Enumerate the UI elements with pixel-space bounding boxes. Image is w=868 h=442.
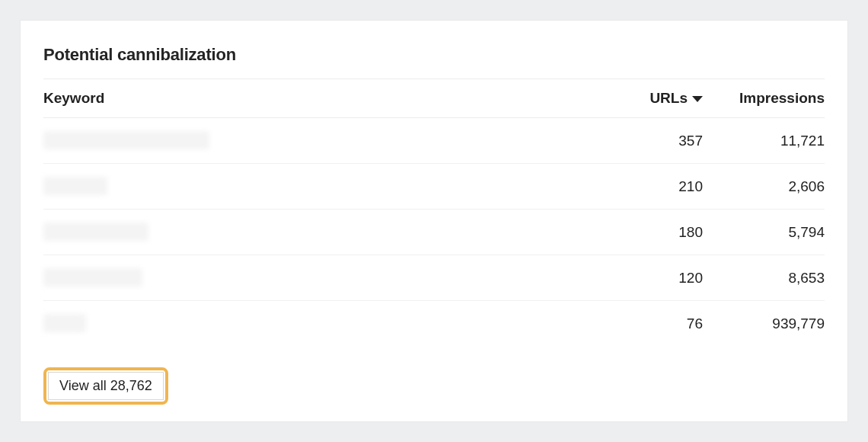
- cell-urls: 76: [604, 315, 703, 332]
- table-row[interactable]: 210 2,606: [43, 164, 825, 210]
- view-all-highlight: View all 28,762: [43, 367, 168, 405]
- cell-urls: 210: [604, 178, 703, 195]
- redacted-keyword: [43, 223, 148, 241]
- redacted-keyword: [43, 314, 86, 332]
- table-row[interactable]: 180 5,794: [43, 210, 825, 255]
- cell-urls: 180: [604, 224, 703, 241]
- redacted-keyword: [43, 131, 209, 149]
- table-header-row: Keyword URLs Impressions: [43, 79, 825, 118]
- redacted-keyword: [43, 177, 107, 195]
- cell-impressions: 2,606: [703, 178, 825, 195]
- col-header-urls-label: URLs: [649, 90, 688, 107]
- cell-keyword: [43, 221, 604, 244]
- table-row[interactable]: 357 11,721: [43, 118, 825, 164]
- cell-keyword: [43, 312, 604, 335]
- panel-title: Potential cannibalization: [43, 34, 825, 78]
- col-header-keyword[interactable]: Keyword: [43, 90, 604, 107]
- col-header-urls[interactable]: URLs: [604, 90, 703, 107]
- panel-footer: View all 28,762: [43, 355, 825, 405]
- table-body: 357 11,721 210 2,606 180 5,794 120 8,653: [43, 118, 825, 355]
- cell-impressions: 5,794: [703, 224, 825, 241]
- redacted-keyword: [43, 268, 142, 287]
- table-row[interactable]: 76 939,779: [43, 301, 825, 347]
- cell-urls: 357: [604, 133, 703, 149]
- cell-impressions: 8,653: [703, 270, 825, 287]
- sort-desc-icon: [692, 96, 703, 102]
- cell-keyword: [43, 175, 604, 198]
- cell-keyword: [43, 267, 604, 290]
- table-row[interactable]: 120 8,653: [43, 255, 825, 301]
- cannibalization-panel: Potential cannibalization Keyword URLs I…: [20, 20, 848, 422]
- view-all-button[interactable]: View all 28,762: [48, 372, 164, 400]
- col-header-impressions[interactable]: Impressions: [703, 90, 825, 107]
- cell-impressions: 939,779: [703, 315, 825, 332]
- cell-keyword: [43, 130, 604, 152]
- cell-impressions: 11,721: [703, 133, 825, 149]
- cell-urls: 120: [604, 270, 703, 287]
